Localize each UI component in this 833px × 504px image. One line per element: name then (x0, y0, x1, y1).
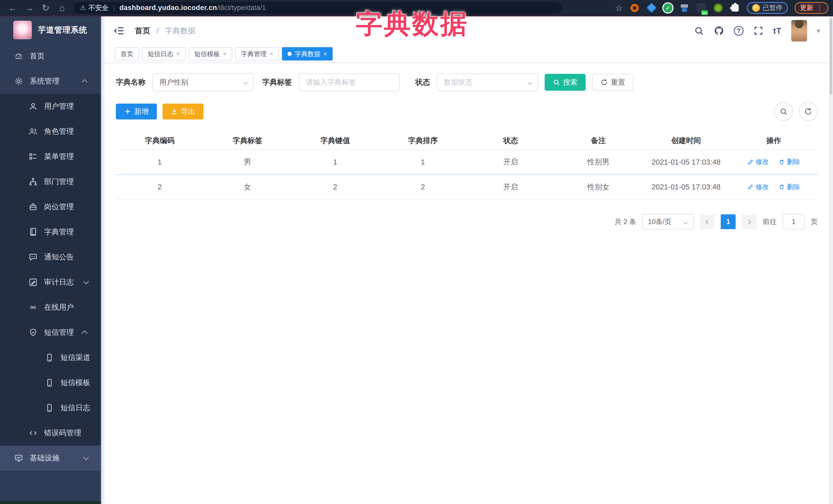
edit-label: 修改 (756, 183, 769, 192)
delete-link[interactable]: 删除 (779, 183, 800, 192)
dict-name-select[interactable]: 用户性别 (152, 73, 254, 91)
dict-label-input[interactable]: 请输入字典标签 (299, 73, 400, 91)
col-header: 字典标签 (204, 132, 291, 150)
sidebar-item-label: 菜单管理 (44, 151, 74, 162)
browser-extensions-area: ☆ ✓ on 已暂停 更新 ⋮ (615, 2, 828, 14)
tab-dict-mgmt[interactable]: 字典管理 × (235, 47, 279, 61)
tab-home[interactable]: 首页 (115, 47, 139, 61)
search-icon[interactable] (694, 26, 704, 36)
sidebar-item-label: 错误码管理 (44, 428, 81, 438)
sidebar-item-notice[interactable]: 通知公告 (0, 245, 101, 270)
edit-icon (747, 159, 754, 165)
edit-square-icon (29, 278, 38, 287)
browser-menu-icon[interactable]: ⋮ (816, 4, 823, 12)
extension-dark-on-icon[interactable]: on (696, 3, 706, 13)
export-button[interactable]: 导出 (163, 103, 204, 119)
extension-check-icon[interactable]: ✓ (663, 3, 672, 13)
breadcrumb-home[interactable]: 首页 (135, 26, 150, 35)
browser-reload-icon[interactable]: ↻ (38, 3, 54, 13)
avatar-caret-down-icon[interactable]: ▾ (817, 27, 820, 35)
sidebar-item-role-mgmt[interactable]: 角色管理 (0, 119, 101, 144)
tab-sms-log[interactable]: 短信日志 × (142, 47, 186, 61)
add-button[interactable]: 新增 (116, 103, 157, 119)
close-icon[interactable]: × (176, 50, 180, 57)
sidebar-item-sms-template[interactable]: 短信模板 (0, 370, 101, 395)
col-header: 创建时间 (642, 132, 730, 150)
browser-back-icon[interactable]: ← (5, 3, 21, 13)
extension-blocks-icon[interactable] (679, 3, 689, 13)
sidebar-item-system[interactable]: 系统管理 (0, 69, 101, 94)
tab-dict-data[interactable]: 字典数据 × (282, 47, 333, 61)
extension-gem-icon[interactable] (646, 3, 657, 13)
tab-label: 短信模板 (194, 50, 220, 58)
chevron-up-icon (82, 331, 88, 336)
github-icon[interactable] (714, 26, 724, 36)
delete-link[interactable]: 删除 (779, 158, 800, 166)
close-icon[interactable]: × (223, 50, 227, 57)
reset-button[interactable]: 重置 (592, 74, 633, 91)
sidebar-item-dept-mgmt[interactable]: 部门管理 (0, 169, 101, 194)
bookmark-star-icon[interactable]: ☆ (615, 3, 623, 13)
table-header-row: 字典编码 字典标签 字典键值 字典排序 状态 备注 创建时间 操作 (116, 132, 818, 150)
cell-remark: 性别男 (554, 150, 642, 174)
refresh-table-button[interactable] (799, 102, 818, 121)
sidebar-item-label: 通知公告 (44, 252, 74, 262)
sidebar-item-sms-channel[interactable]: 短信渠道 (0, 345, 101, 370)
browser-forward-icon[interactable]: → (21, 3, 38, 13)
page-size-select[interactable]: 10条/页 (642, 214, 694, 230)
cell-actions: 修改 删除 (730, 174, 818, 199)
close-icon[interactable]: × (324, 50, 327, 57)
tab-label: 字典数据 (295, 50, 320, 58)
edit-link[interactable]: 修改 (747, 158, 769, 166)
sidebar-item-sms-mgmt[interactable]: 短信管理 (0, 320, 101, 345)
tab-label: 字典管理 (241, 50, 266, 58)
tab-label: 首页 (120, 50, 133, 58)
next-page-button[interactable] (742, 214, 757, 229)
scrollbar-thumb[interactable] (830, 18, 832, 95)
sidebar-item-error-code[interactable]: 错误码管理 (0, 421, 101, 446)
sidebar-fold-icon[interactable] (113, 26, 125, 36)
breadcrumb-separator: / (156, 26, 159, 35)
prev-page-button[interactable] (700, 214, 715, 229)
address-bar[interactable]: ⚠ 不安全 | dashboard.yudao.iocoder.cn /dict… (73, 2, 562, 14)
system-submenu: 用户管理 角色管理 菜单管理 部门管理 岗位管理 字典管理 (0, 94, 101, 446)
browser-home-icon[interactable]: ⌂ (54, 3, 70, 13)
delete-label: 删除 (787, 183, 800, 192)
sidebar-item-user-mgmt[interactable]: 用户管理 (0, 94, 101, 119)
page-scrollbar[interactable] (829, 17, 833, 504)
sidebar-scrollbar[interactable] (101, 17, 104, 504)
cell-sort: 2 (379, 174, 467, 199)
sidebar-item-infrastructure[interactable]: 基础设施 (0, 446, 101, 471)
edit-link[interactable]: 修改 (747, 183, 769, 192)
fullscreen-icon[interactable] (753, 26, 764, 36)
sidebar-item-menu-mgmt[interactable]: 菜单管理 (0, 144, 101, 169)
app-logo-row[interactable]: 芋道管理系统 (0, 17, 101, 44)
table-row: 1 男 1 1 开启 性别男 2021-01-05 17:03:48 修改 (116, 150, 818, 174)
sidebar-item-post-mgmt[interactable]: 岗位管理 (0, 194, 101, 219)
status-select[interactable]: 数据状态 (437, 73, 538, 91)
sidebar-item-home[interactable]: 首页 (0, 44, 101, 69)
extension-bug-icon[interactable] (713, 3, 723, 13)
font-size-icon[interactable]: tT (773, 26, 782, 35)
close-icon[interactable]: × (270, 50, 273, 57)
profile-paused-badge[interactable]: 已暂停 (747, 2, 788, 14)
goto-page-input[interactable]: 1 (783, 214, 805, 230)
page-number-current[interactable]: 1 (721, 214, 736, 229)
tab-sms-template[interactable]: 短信模板 × (189, 47, 232, 61)
sidebar-item-label: 短信日志 (61, 403, 90, 413)
help-icon[interactable]: ? (734, 26, 743, 35)
toggle-search-button[interactable] (774, 102, 793, 121)
sidebar-item-online-users[interactable]: 在线用户 (0, 295, 101, 320)
user-avatar[interactable] (791, 20, 807, 42)
extension-donut-icon[interactable] (629, 3, 640, 13)
extensions-puzzle-icon[interactable] (730, 3, 740, 13)
sidebar-item-label: 短信管理 (44, 327, 74, 338)
sidebar-item-audit-log[interactable]: 审计日志 (0, 270, 101, 295)
sidebar-item-dict-mgmt[interactable]: 字典管理 (0, 219, 101, 245)
sidebar-bottom-strip (0, 501, 101, 504)
url-path: /dict/type/data/1 (217, 4, 266, 12)
search-button[interactable]: 搜索 (545, 74, 586, 91)
browser-update-button[interactable]: 更新 ⋮ (794, 2, 828, 14)
security-warning-icon: ⚠ (80, 4, 86, 12)
sidebar-item-sms-log[interactable]: 短信日志 (0, 395, 101, 421)
